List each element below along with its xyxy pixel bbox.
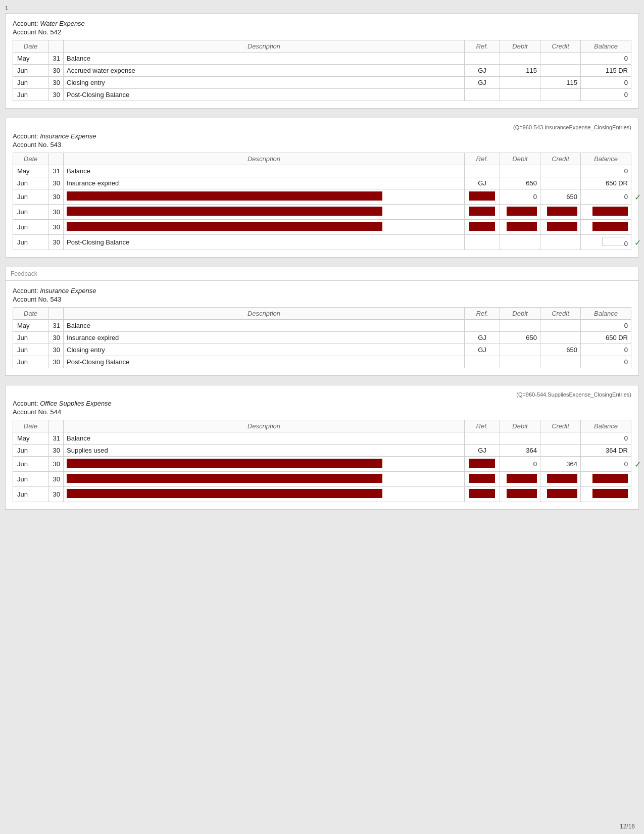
cell-ref-input[interactable] [465, 220, 500, 235]
office-supplies-title: Account: Office Supplies Expense [13, 400, 631, 407]
cell-balance: 0 [581, 89, 631, 101]
col-debit: Debit [500, 308, 540, 320]
cell-balance: 650 DR [581, 332, 631, 344]
cell-credit [540, 177, 581, 189]
cell-credit: 115 [540, 77, 581, 89]
cell-credit-input[interactable] [540, 472, 581, 487]
cell-balance: 0 [581, 356, 631, 368]
table-row: May 31 Balance 0 [13, 320, 631, 332]
cell-credit [540, 320, 581, 332]
water-expense-no: Account No. 542 [13, 28, 631, 36]
cell-day: 30 [48, 77, 64, 89]
check-icon: ✓ [634, 192, 641, 202]
cell-debit: 0 [500, 189, 540, 205]
top-marker: 1 [5, 5, 639, 11]
cell-balance-input[interactable] [581, 220, 631, 235]
cell-balance: 0 [581, 165, 631, 177]
cell-debit: 650 [500, 177, 540, 189]
cell-month: Jun [13, 177, 48, 189]
cell-ref [465, 432, 500, 445]
cell-debit-input[interactable] [500, 487, 540, 502]
col-desc: Description [64, 308, 465, 320]
cell-credit-input[interactable] [540, 205, 581, 220]
cell-ref-input[interactable] [465, 205, 500, 220]
col-balance: Balance [581, 308, 631, 320]
insurance-expense-answer-no: Account No. 543 [13, 296, 631, 303]
table-row: Jun 30 Insurance expired GJ 650 650 DR [13, 332, 631, 344]
cell-month: Jun [13, 445, 48, 457]
cell-credit-input[interactable] [540, 220, 581, 235]
cell-balance: 115 DR [581, 65, 631, 77]
cell-desc: Insurance expired [64, 332, 465, 344]
cell-balance-input[interactable] [581, 472, 631, 487]
cell-ref [465, 53, 500, 65]
cell-desc-input[interactable] [64, 457, 465, 472]
cell-debit: 115 [500, 65, 540, 77]
table-row: Jun 30 Insurance expired GJ 650 650 DR [13, 177, 631, 189]
feedback-label: Feedback [11, 270, 37, 277]
cell-ref: GJ [465, 344, 500, 356]
cell-debit-input[interactable] [500, 205, 540, 220]
cell-desc-input[interactable] [64, 220, 465, 235]
cell-credit [540, 445, 581, 457]
cell-debit-input[interactable] [500, 472, 540, 487]
cell-debit [500, 320, 540, 332]
cell-debit [500, 165, 540, 177]
cell-desc: Supplies used [64, 445, 465, 457]
cell-month: Jun [13, 65, 48, 77]
col-balance: Balance [581, 40, 631, 53]
page: 1 Account: Water Expense Account No. 542… [0, 0, 644, 834]
col-ref: Ref. [465, 308, 500, 320]
office-supplies-no: Account No. 544 [13, 408, 631, 416]
table-row: Jun 30 Accrued water expense GJ 115 115 … [13, 65, 631, 77]
col-credit: Credit [540, 308, 581, 320]
cell-desc-input[interactable] [64, 189, 465, 205]
cell-balance: 0 ✓ [581, 457, 631, 472]
table-row: Jun 30 Closing entry GJ 115 0 [13, 77, 631, 89]
cell-debit [500, 53, 540, 65]
cell-desc-input[interactable] [64, 472, 465, 487]
query-label-supplies: (Q=960-544.SuppliesExpense_ClosingEntrie… [13, 391, 631, 398]
cell-credit [540, 235, 581, 250]
cell-day: 30 [48, 65, 64, 77]
cell-ref-input[interactable] [465, 457, 500, 472]
cell-debit-input[interactable] [500, 220, 540, 235]
table-row: Jun 30 Supplies used GJ 364 364 DR [13, 445, 631, 457]
cell-desc: Post-Closing Balance [64, 356, 465, 368]
cell-month: May [13, 165, 48, 177]
water-expense-section: Account: Water Expense Account No. 542 D… [5, 13, 639, 109]
cell-day: 30 [48, 445, 64, 457]
cell-day: 30 [48, 356, 64, 368]
cell-ref-input[interactable] [465, 487, 500, 502]
cell-month: Jun [13, 487, 48, 502]
cell-balance-input[interactable] [581, 205, 631, 220]
col-day [48, 40, 64, 53]
col-ref: Ref. [465, 40, 500, 53]
cell-balance: 650 DR [581, 177, 631, 189]
cell-day: 30 [48, 344, 64, 356]
cell-desc-input[interactable] [64, 205, 465, 220]
cell-balance-input[interactable] [581, 487, 631, 502]
cell-ref-input[interactable] [465, 189, 500, 205]
col-day [48, 420, 64, 432]
insurance-expense-answer-table: Date Description Ref. Debit Credit Balan… [13, 307, 631, 368]
cell-balance: 0 ✓ [581, 189, 631, 205]
col-date: Date [13, 40, 48, 53]
cell-month: Jun [13, 189, 48, 205]
cell-credit: 364 [540, 457, 581, 472]
cell-ref-input[interactable] [465, 472, 500, 487]
table-row: Jun 30 Post-Closing Balance 0 [13, 89, 631, 101]
cell-month: May [13, 320, 48, 332]
insurance-expense-answer-section: Account: Insurance Expense Account No. 5… [5, 281, 639, 376]
cell-debit [500, 356, 540, 368]
cell-debit [500, 344, 540, 356]
cell-desc-input[interactable] [64, 487, 465, 502]
page-number: 12/16 [620, 823, 635, 830]
cell-desc: Closing entry [64, 344, 465, 356]
col-credit: Credit [540, 153, 581, 165]
cell-day: 30 [48, 235, 64, 250]
cell-credit: 650 [540, 189, 581, 205]
cell-debit [500, 89, 540, 101]
cell-credit-input[interactable] [540, 487, 581, 502]
cell-balance[interactable]: 0 ✓ [581, 235, 631, 250]
